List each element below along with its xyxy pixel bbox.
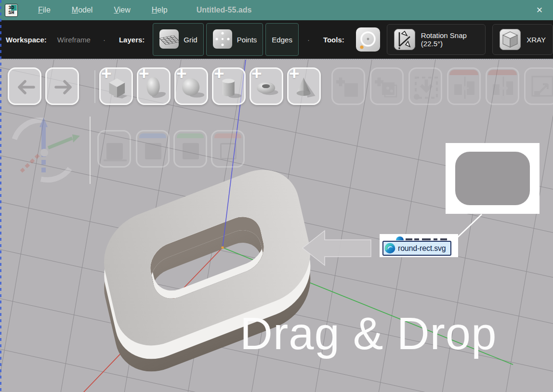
text-fragment [414,238,419,240]
drag-drop-overlay-text: Drag & Drop [240,308,497,360]
xray-label: XRAY [527,36,546,44]
ghost-import-button [408,67,442,105]
cube-icon [102,72,130,101]
edge-browser-icon [384,243,395,254]
add-cube-button[interactable]: + [99,67,133,105]
torus-icon [252,72,280,101]
menu-model[interactable]: Model [61,6,104,14]
layer-edges-label: Edges [272,36,292,44]
layer-edges-button[interactable]: Edges [265,23,299,56]
logo-text-1: 3D [5,6,17,11]
ghost-axis-gizmo [14,118,80,180]
dragged-filename: round-rect.svg [398,244,446,253]
add-torus-button[interactable]: + [250,67,283,105]
xray-cube-icon [500,29,521,50]
ghost-align-top-green-button [173,130,207,168]
add-cone-button[interactable]: + [287,67,321,105]
logo-text-2: SH [5,11,17,15]
dragged-file-chip[interactable]: round-rect.svg [382,241,451,256]
menu-bar: File Model View Help [27,6,178,14]
viewport-3d[interactable]: + + + + [0,59,553,392]
text-fragment [440,238,447,240]
arrow-right-icon [48,72,79,103]
ghost-copy-button [370,67,404,105]
menu-view[interactable]: View [103,6,141,14]
window-title: Untitled-55.ads [197,6,252,14]
cone-icon [290,72,318,101]
rotation-snap-icon [394,29,415,50]
workspace-label: Workspace: [6,36,47,44]
palette-separator [94,70,95,103]
add-sphere-button[interactable]: + [174,67,208,105]
ghost-separator-line [90,117,91,184]
nav-forward-button[interactable] [45,67,79,105]
rotation-snap-button[interactable]: Rotation Snap (22.5°) [387,24,486,55]
ghost-align-top-blue-button [136,130,170,168]
cylinder-icon [215,72,243,101]
layer-points-button[interactable]: Points [206,23,263,56]
origin-point [221,246,224,248]
add-cylinder-button[interactable]: + [212,67,246,105]
text-fragment [406,238,412,240]
grid-icon [159,29,179,51]
ghost-glyph [220,143,237,159]
ghost-align-top-red-button [211,130,245,168]
rotation-snap-label: Rotation Snap (22.5°) [421,31,478,48]
edge-icon-fragment [396,236,404,240]
points-icon [212,29,233,51]
circle-tool-button[interactable] [356,27,380,52]
ghost-glyph [145,143,161,159]
toolbar-separator-2: · [307,36,310,44]
ghost-scale-button [524,67,553,105]
text-fragment [422,238,431,240]
workspace-value[interactable]: Wireframe [57,36,91,44]
ghost-align-bottom-button [97,130,131,168]
drop-direction-arrow [303,231,371,265]
title-bar: 3D SH File Model View Help Untitled-55.a… [0,0,553,20]
ghost-align-left-button [447,67,481,105]
ghost-green-bar [177,133,204,138]
rounded-rect-thumbnail [455,152,530,205]
close-button[interactable]: × [531,1,548,19]
sphere-icon [177,72,205,101]
app-window: 3D SH File Model View Help Untitled-55.a… [0,0,553,392]
add-ellipsoid-button[interactable]: + [137,67,171,105]
layer-points-label: Points [237,36,257,44]
layers-label: Layers: [119,36,145,44]
layer-grid-label: Grid [184,36,197,44]
ghost-glyph [183,143,199,159]
ghost-red-bar [214,133,241,138]
tools-label: Tools: [323,36,344,44]
drag-ghost-backing: round-rect.svg [380,234,458,257]
text-fragment [434,238,437,240]
main-toolbar: Workspace: Wireframe · Layers: Grid [0,20,553,59]
ghost-blue-bar [139,133,166,138]
drag-preview-card [446,143,540,214]
app-logo-icon: 3D SH [5,4,18,17]
ghost-duplicate-button [331,67,365,105]
menu-file[interactable]: File [27,6,61,14]
ellipsoid-icon [140,72,168,101]
layer-grid-button[interactable]: Grid [153,23,203,56]
layer-buttons: Grid Points Edges [150,23,299,56]
ghost-align-center-button [486,67,519,105]
drag-ghost-fragment [382,235,456,240]
circle-tool-icon [356,27,380,52]
nav-back-button[interactable] [8,67,41,105]
arrow-left-icon [11,72,41,103]
close-icon: × [537,4,543,16]
xray-button[interactable]: XRAY [492,24,553,55]
menu-help[interactable]: Help [141,6,178,14]
toolbar-separator: · [103,36,105,44]
